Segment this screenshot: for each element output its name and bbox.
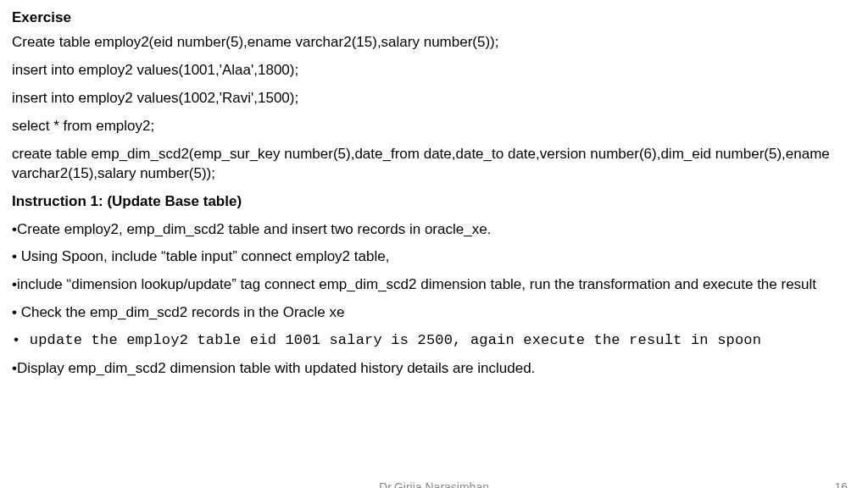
bullet-2: • Using Spoon, include “table input” con… (12, 247, 856, 267)
bullet-3: •include “dimension lookup/update” tag c… (12, 275, 856, 295)
sql-line-4: select * from employ2; (12, 117, 856, 136)
bullet-5: • update the employ2 table eid 1001 sala… (12, 331, 856, 351)
footer-page-number: 16 (834, 480, 848, 488)
footer-author: Dr.Girija Narasimhan (379, 480, 489, 488)
sql-line-1: Create table employ2(eid number(5),ename… (12, 33, 856, 53)
slide-title: Exercise (12, 8, 856, 28)
bullet-6: •Display emp_dim_scd2 dimension table wi… (12, 359, 856, 379)
bullet-4: • Check the emp_dim_scd2 records in the … (12, 303, 856, 323)
instruction-heading: Instruction 1: (Update Base table) (12, 192, 856, 212)
sql-line-3: insert into employ2 values(1002,'Ravi',1… (12, 89, 856, 108)
sql-line-2: insert into employ2 values(1001,'Alaa',1… (12, 61, 856, 80)
sql-line-5: create table emp_dim_scd2(emp_sur_key nu… (12, 145, 856, 184)
bullet-1: •Create employ2, emp_dim_scd2 table and … (12, 220, 856, 240)
